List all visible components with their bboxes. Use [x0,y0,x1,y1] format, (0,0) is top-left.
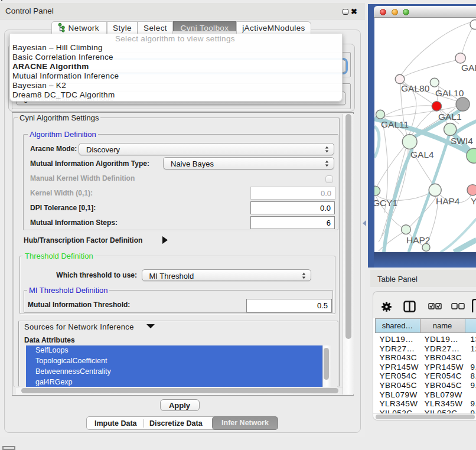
svg-text:GCY1: GCY1 [374,198,397,208]
svg-text:HAP2: HAP2 [406,235,431,245]
svg-text:HAP4: HAP4 [436,196,460,206]
svg-text:SWI4: SWI4 [451,136,473,146]
svg-text:GAL: GAL [461,63,476,73]
svg-text:GAL80: GAL80 [401,83,430,93]
svg-text:GAL11: GAL11 [381,119,409,129]
svg-text:Y: Y [471,196,476,206]
svg-text:GAL1: GAL1 [438,112,462,122]
svg-text:GAL4: GAL4 [410,149,434,159]
svg-text:GAL10: GAL10 [435,88,464,98]
